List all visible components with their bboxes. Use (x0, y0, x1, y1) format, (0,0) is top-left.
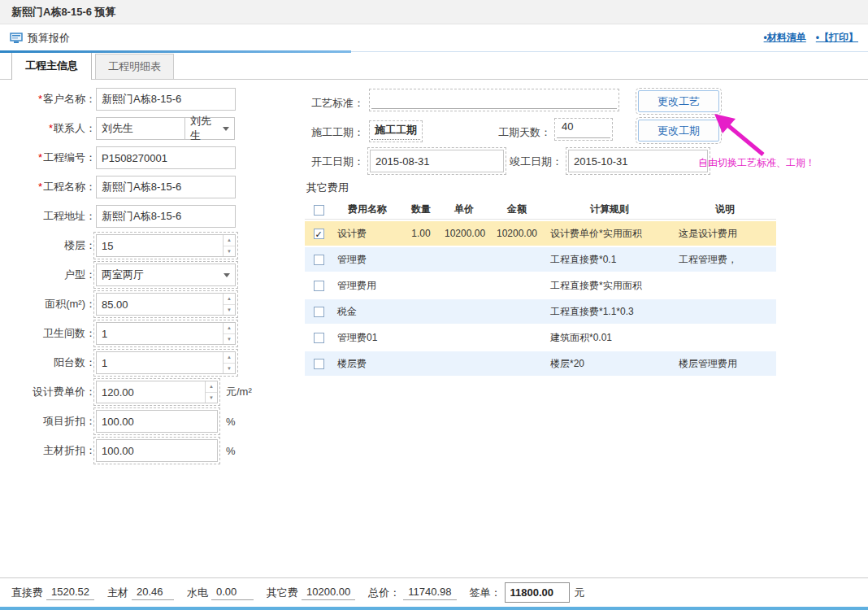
spinner-up-icon[interactable]: ▲ (224, 294, 235, 305)
row-checkbox[interactable] (314, 307, 324, 317)
row-checkbox[interactable] (314, 255, 324, 265)
form-row-bathroom-count: 卫生间数： ▲▼ (13, 322, 252, 345)
schedule-value[interactable]: 施工工期 (371, 123, 420, 140)
row-checkbox[interactable]: ✓ (314, 229, 324, 239)
field-label: 设计费单价： (33, 386, 96, 398)
print-link[interactable]: •【打印】 (816, 31, 858, 45)
floor-input[interactable] (97, 235, 223, 256)
change-craft-button[interactable]: 更改工艺 (638, 90, 719, 112)
sign-amount-input[interactable] (505, 582, 570, 603)
spinner-buttons[interactable]: ▲▼ (223, 323, 235, 344)
window-title: 新熙门A栋8-15-6 预算 (11, 6, 116, 18)
spinner-buttons[interactable]: ▲▼ (205, 381, 217, 403)
other-fees-table: 费用名称 数量 单价 金额 计算规则 说明 ✓ 设计费 1.00 (305, 198, 776, 377)
spinner-up-icon[interactable]: ▲ (224, 323, 235, 334)
customer-name-input[interactable] (96, 88, 236, 111)
project-address-input[interactable] (96, 205, 236, 228)
schedule-label: 施工工期： (311, 125, 364, 140)
fee-row-management-cost[interactable]: 管理费用 工程直接费*实用面积 (305, 273, 776, 298)
form-row-project-discount: 项目折扣： % (13, 410, 252, 433)
fee-rule: 工程直接费*0.1 (545, 247, 674, 272)
horizontal-scrollbar[interactable] (0, 607, 868, 610)
spinner-down-icon[interactable]: ▼ (224, 246, 235, 257)
craft-standard-field[interactable] (371, 91, 617, 109)
col-header-rule: 计算规则 (545, 200, 674, 220)
start-date-input[interactable] (370, 150, 504, 172)
main-material-label: 主材 (107, 586, 128, 600)
floor-spinner[interactable]: ▲▼ (96, 234, 236, 257)
area-spinner[interactable]: ▲▼ (96, 293, 236, 316)
spinner-buttons[interactable]: ▲▼ (223, 352, 235, 373)
form-row-contact: *联系人： 刘先生 (13, 117, 252, 140)
main-content: *客户名称： *联系人： 刘先生 *工程编号： *工程名称： 工程 (0, 80, 868, 577)
tab-label: 工程明细表 (108, 60, 161, 72)
fee-qty: 1.00 (402, 221, 440, 246)
form-row-area: 面积(m²)： ▲▼ (13, 293, 252, 316)
spinner-up-icon[interactable]: ▲ (224, 352, 235, 364)
fee-row-management-01[interactable]: 管理费01 建筑面积*0.01 (305, 325, 776, 350)
project-discount-input[interactable] (96, 410, 218, 433)
fee-row-floor-fee[interactable]: 楼层费 楼层*20 楼层管理费用 (305, 351, 776, 376)
fee-row-management[interactable]: 管理费 工程直接费*0.1 工程管理费， (305, 247, 776, 272)
tab-main-info[interactable]: 工程主信息 (11, 51, 92, 80)
tabstrip: 工程主信息 工程明细表 (0, 52, 868, 80)
contact-select[interactable]: 刘先生 (184, 117, 235, 140)
balcony-count-input[interactable] (97, 352, 223, 373)
row-checkbox[interactable] (314, 333, 324, 343)
spinner-down-icon[interactable]: ▼ (206, 393, 217, 403)
project-code-input[interactable] (96, 146, 236, 169)
fee-table-header-row: 费用名称 数量 单价 金额 计算规则 说明 (305, 200, 776, 220)
material-discount-input[interactable] (96, 439, 218, 462)
totals-bar: 直接费 1520.52 主材 20.46 水电 0.00 其它费 10200.0… (0, 577, 868, 607)
fee-row-design[interactable]: ✓ 设计费 1.00 10200.00 10200.00 设计费单价*实用面积 … (305, 221, 776, 246)
form-row-customer-name: *客户名称： (13, 88, 252, 111)
contact-input[interactable] (96, 117, 185, 140)
required-mark: * (38, 151, 42, 163)
spinner-buttons[interactable]: ▲▼ (223, 235, 235, 256)
design-fee-price-input[interactable] (97, 381, 205, 403)
fee-rule: 楼层*20 (545, 351, 674, 376)
select-all-checkbox[interactable] (314, 205, 324, 216)
tab-detail-sheet[interactable]: 工程明细表 (95, 54, 174, 79)
spinner-buttons[interactable]: ▲▼ (223, 294, 235, 315)
right-panel: 工艺标准： 更改工艺 施工工期： 施工工期 工期天数： 40 更改工期 开工日期… (305, 86, 776, 542)
fee-price (440, 273, 488, 298)
project-name-input[interactable] (96, 176, 236, 198)
spinner-down-icon[interactable]: ▼ (224, 334, 235, 345)
fee-row-tax[interactable]: 税金 工程直接费*1.1*0.3 (305, 299, 776, 324)
window-titlebar: 新熙门A栋8-15-6 预算 (0, 0, 868, 24)
fee-qty (402, 351, 440, 376)
required-mark: * (38, 93, 42, 105)
house-type-value: 两室两厅 (102, 268, 144, 282)
materials-list-link[interactable]: •材料清单 (764, 31, 806, 45)
bathroom-count-spinner[interactable]: ▲▼ (96, 322, 236, 345)
fee-amount (488, 325, 545, 350)
house-type-select[interactable]: 两室两厅 (96, 264, 236, 286)
fee-note (674, 273, 776, 298)
row-checkbox[interactable] (314, 281, 324, 291)
required-mark: * (49, 122, 53, 134)
design-fee-price-spinner[interactable]: ▲▼ (96, 381, 218, 403)
row-checkbox[interactable] (314, 359, 324, 369)
bathroom-count-input[interactable] (97, 323, 223, 344)
spinner-down-icon[interactable]: ▼ (224, 305, 235, 316)
fee-qty (402, 273, 440, 298)
fee-rule: 建筑面积*0.01 (545, 325, 674, 350)
toolbar-title: 预算报价 (28, 31, 70, 46)
area-input[interactable] (97, 294, 223, 315)
other-fee-value: 10200.00 (302, 585, 355, 600)
fee-price (440, 325, 488, 350)
field-label: 项目折扣： (43, 415, 96, 427)
craft-standard-label: 工艺标准： (311, 96, 364, 111)
col-header-amount: 金额 (488, 200, 545, 220)
end-date-input[interactable] (568, 150, 708, 172)
spinner-down-icon[interactable]: ▼ (224, 364, 235, 374)
schedule-days-label: 工期天数： (498, 125, 551, 140)
start-date-label: 开工日期： (311, 155, 364, 169)
balcony-count-spinner[interactable]: ▲▼ (96, 351, 236, 374)
spinner-up-icon[interactable]: ▲ (206, 381, 217, 393)
change-schedule-button[interactable]: 更改工期 (638, 120, 719, 142)
schedule-days-field[interactable]: 40 (557, 120, 610, 138)
fee-name: 管理费01 (332, 325, 402, 350)
spinner-up-icon[interactable]: ▲ (224, 235, 235, 246)
